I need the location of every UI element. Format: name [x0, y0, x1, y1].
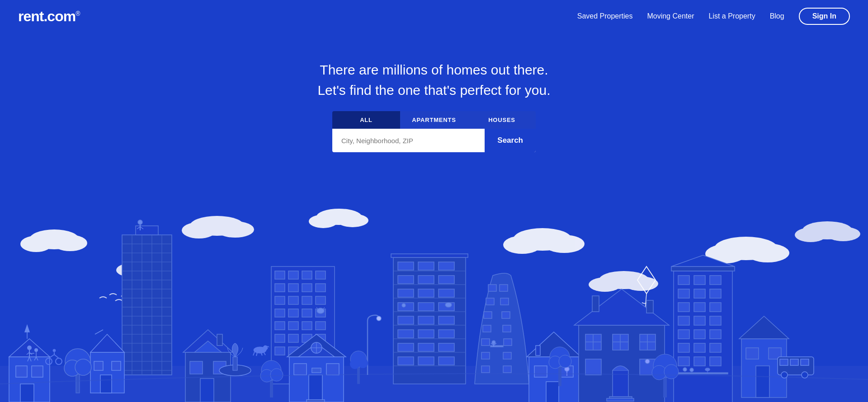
svg-rect-152 — [398, 303, 414, 311]
svg-rect-261 — [756, 366, 769, 397]
tab-houses[interactable]: HOUSES — [468, 111, 536, 129]
svg-rect-214 — [646, 300, 653, 313]
tab-apartments[interactable]: APARTMENTS — [400, 111, 468, 129]
svg-rect-178 — [481, 339, 490, 346]
svg-rect-240 — [694, 357, 705, 366]
search-container: ALL APARTMENTS HOUSES Search — [332, 111, 536, 152]
svg-rect-103 — [288, 322, 298, 330]
list-property-link[interactable]: List a Property — [708, 12, 755, 20]
saved-properties-link[interactable]: Saved Properties — [577, 12, 633, 20]
svg-rect-242 — [678, 373, 728, 374]
svg-rect-232 — [710, 316, 721, 325]
svg-rect-126 — [309, 375, 322, 402]
svg-point-267 — [802, 372, 808, 378]
svg-point-276 — [27, 346, 32, 350]
logo[interactable]: rent.com® — [18, 8, 80, 25]
svg-rect-176 — [483, 325, 491, 332]
svg-rect-230 — [678, 316, 689, 325]
svg-rect-91 — [288, 284, 298, 292]
svg-rect-124 — [294, 364, 307, 375]
header: rent.com® Saved Properties Moving Center… — [0, 0, 868, 33]
svg-rect-144 — [418, 262, 434, 270]
svg-rect-181 — [503, 352, 511, 359]
svg-rect-208 — [585, 359, 601, 375]
hero-headline-line2: Let's find the one that's perfect for yo… — [317, 80, 550, 100]
svg-rect-235 — [710, 330, 721, 339]
svg-point-245 — [705, 368, 710, 371]
svg-point-185 — [492, 341, 495, 344]
svg-rect-86 — [275, 271, 285, 279]
svg-point-252 — [664, 365, 679, 379]
main-nav: Saved Properties Moving Center List a Pr… — [577, 8, 850, 25]
svg-rect-147 — [418, 276, 434, 284]
svg-rect-183 — [503, 366, 511, 373]
svg-rect-225 — [694, 289, 705, 298]
svg-rect-212 — [607, 398, 634, 401]
svg-point-256 — [559, 355, 571, 368]
svg-point-266 — [781, 372, 788, 378]
sign-in-button[interactable]: Sign In — [799, 8, 850, 25]
svg-rect-102 — [275, 322, 285, 330]
svg-rect-231 — [694, 316, 705, 325]
svg-rect-159 — [418, 330, 434, 338]
svg-rect-239 — [678, 357, 689, 366]
svg-rect-238 — [710, 343, 721, 352]
svg-rect-173 — [500, 298, 509, 305]
svg-point-21 — [746, 243, 789, 262]
search-input[interactable] — [332, 129, 485, 152]
svg-rect-35 — [122, 235, 172, 375]
svg-point-8 — [182, 222, 216, 238]
svg-rect-129 — [313, 369, 320, 372]
search-bar: Search — [332, 129, 536, 152]
blog-link[interactable]: Blog — [770, 12, 784, 20]
svg-rect-153 — [418, 303, 434, 311]
svg-rect-62 — [94, 361, 103, 370]
svg-rect-148 — [439, 276, 454, 284]
svg-rect-146 — [398, 276, 414, 284]
svg-point-15 — [544, 235, 585, 253]
svg-point-9 — [216, 221, 254, 238]
svg-rect-97 — [316, 296, 326, 304]
svg-rect-226 — [710, 289, 721, 298]
svg-rect-194 — [536, 346, 540, 355]
svg-point-17 — [589, 277, 621, 292]
svg-point-133 — [270, 369, 283, 381]
svg-rect-227 — [678, 303, 689, 312]
city-illustration — [0, 167, 868, 402]
svg-rect-143 — [398, 262, 414, 270]
svg-rect-160 — [439, 330, 454, 338]
svg-rect-175 — [502, 312, 510, 318]
svg-rect-184 — [491, 346, 503, 347]
svg-rect-234 — [694, 330, 705, 339]
svg-rect-222 — [694, 276, 705, 285]
hero-section: There are millions of homes out there. L… — [0, 33, 868, 402]
svg-rect-179 — [504, 339, 512, 346]
svg-rect-106 — [275, 334, 285, 342]
svg-rect-174 — [484, 312, 492, 318]
svg-rect-151 — [439, 289, 454, 297]
svg-rect-72 — [217, 334, 222, 346]
svg-point-215 — [645, 359, 650, 364]
moving-center-link[interactable]: Moving Center — [647, 12, 694, 20]
svg-rect-99 — [288, 309, 298, 317]
svg-rect-224 — [678, 289, 689, 298]
svg-point-56 — [138, 220, 142, 224]
svg-rect-98 — [275, 309, 285, 317]
svg-rect-96 — [302, 296, 312, 304]
search-button[interactable]: Search — [485, 129, 536, 152]
tab-all[interactable]: ALL — [332, 111, 400, 129]
svg-rect-92 — [302, 284, 312, 292]
svg-point-24 — [826, 227, 860, 241]
svg-rect-191 — [534, 366, 547, 377]
svg-rect-71 — [200, 379, 214, 402]
svg-point-2 — [20, 236, 52, 252]
svg-point-244 — [690, 368, 693, 372]
svg-rect-233 — [678, 330, 689, 339]
svg-rect-161 — [398, 343, 414, 351]
svg-rect-158 — [398, 330, 414, 338]
svg-rect-104 — [302, 322, 312, 330]
search-tabs: ALL APARTMENTS HOUSES — [332, 111, 536, 129]
svg-rect-78 — [233, 357, 237, 370]
svg-rect-164 — [398, 357, 414, 365]
svg-rect-241 — [710, 357, 721, 366]
